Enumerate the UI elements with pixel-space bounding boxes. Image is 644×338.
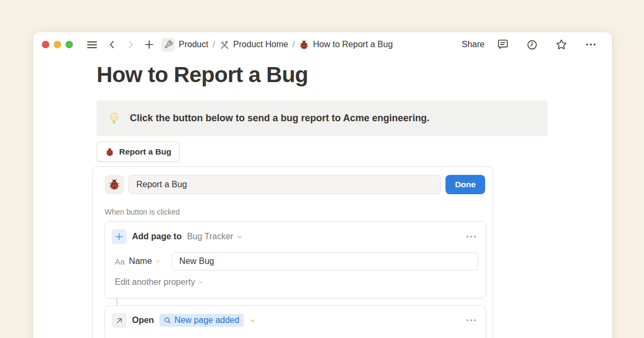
breadcrumb: Product / Product Home / How to Report a… <box>162 38 393 52</box>
clock-icon <box>526 39 538 50</box>
edit-another-property-label: Edit another property <box>115 277 195 287</box>
forward-button[interactable] <box>124 38 137 51</box>
done-button[interactable]: Done <box>445 175 485 194</box>
chevron-left-icon <box>107 39 118 50</box>
callout-block: Click the button below to send a bug rep… <box>97 100 547 136</box>
step-connector <box>116 298 118 305</box>
button-editor-panel: Done When button is clicked Add page to … <box>92 166 493 338</box>
toolbar-actions: Share <box>462 38 598 52</box>
breadcrumb-label: Product Home <box>233 40 288 49</box>
database-selector-value: Bug Tracker <box>187 232 233 241</box>
ladybug-icon <box>299 40 309 50</box>
step-options-button[interactable] <box>464 313 478 327</box>
ellipsis-icon <box>465 314 477 326</box>
comments-button[interactable] <box>496 38 510 52</box>
open-target-label: New page added <box>174 315 239 325</box>
property-row: Aa Name <box>105 244 486 270</box>
sidebar-menu-button[interactable] <box>85 38 99 52</box>
breadcrumb-label: Product <box>179 40 208 49</box>
open-target-token[interactable]: New page added <box>159 314 244 327</box>
breadcrumb-item-current-page[interactable]: How to Report a Bug <box>299 40 393 50</box>
report-a-bug-button[interactable]: Report a Bug <box>97 142 180 162</box>
plus-icon <box>143 39 155 50</box>
share-button[interactable]: Share <box>462 40 485 49</box>
ladybug-icon <box>108 179 120 190</box>
hamburger-icon <box>86 39 98 51</box>
callout-text: Click the button below to send a bug rep… <box>130 113 429 124</box>
breadcrumb-separator: / <box>292 40 295 49</box>
updates-button[interactable] <box>525 38 539 52</box>
database-selector[interactable]: Bug Tracker <box>187 232 243 241</box>
comment-icon <box>497 39 509 50</box>
property-type-label: Aa <box>115 257 125 266</box>
breadcrumb-separator: / <box>213 40 215 49</box>
trigger-label: When button is clicked <box>105 208 180 216</box>
wrench-icon <box>162 38 175 52</box>
back-button[interactable] <box>106 38 119 51</box>
more-options-button[interactable] <box>584 38 598 52</box>
zoom-button[interactable] <box>65 41 73 48</box>
edit-another-property-button[interactable]: Edit another property <box>115 277 204 287</box>
button-name-input[interactable] <box>128 175 441 194</box>
add-page-step-card: Add page to Bug Tracker Aa Name <box>105 221 486 298</box>
desktop-background: Product / Product Home / How to Report a… <box>0 0 644 338</box>
ladybug-icon <box>105 148 114 157</box>
breadcrumb-item-product[interactable]: Product <box>162 38 208 52</box>
step-options-button[interactable] <box>464 230 478 244</box>
step-action-label: Add page to <box>132 232 181 241</box>
hammer-wrench-icon <box>219 40 230 50</box>
property-selector-value: Name <box>129 256 152 266</box>
button-editor-header: Done <box>93 175 493 194</box>
step-action-row: Add page to Bug Tracker <box>105 222 486 244</box>
chevron-down-icon <box>236 233 243 240</box>
light-bulb-icon <box>107 112 121 125</box>
new-page-button[interactable] <box>142 38 156 52</box>
minimize-button[interactable] <box>54 41 61 48</box>
chevron-down-icon <box>155 258 161 264</box>
window-controls <box>42 41 73 48</box>
report-a-bug-button-label: Report a Bug <box>119 147 171 157</box>
arrow-up-right-icon <box>112 313 127 328</box>
search-icon <box>164 317 171 324</box>
page-title: How to Report a Bug <box>97 62 308 87</box>
button-icon-picker[interactable] <box>105 175 124 194</box>
chevron-right-icon <box>125 39 136 50</box>
step-action-label: Open <box>132 315 154 325</box>
window-toolbar: Product / Product Home / How to Report a… <box>33 32 612 57</box>
property-selector[interactable]: Name <box>129 256 161 266</box>
breadcrumb-label: How to Report a Bug <box>313 40 393 49</box>
ellipsis-icon <box>585 39 597 50</box>
property-value-input[interactable] <box>172 252 478 270</box>
ellipsis-icon <box>465 231 477 243</box>
chevron-down-icon[interactable] <box>249 317 256 324</box>
app-window: Product / Product Home / How to Report a… <box>33 32 612 338</box>
close-button[interactable] <box>42 41 49 48</box>
star-icon <box>555 39 567 50</box>
step-action-row: Open New page added <box>105 306 486 328</box>
chevron-down-icon <box>197 279 204 285</box>
plus-icon <box>112 229 127 244</box>
open-page-step-card: Open New page added <box>105 305 486 338</box>
breadcrumb-item-product-home[interactable]: Product Home <box>219 40 288 50</box>
edit-another-property-row: Edit another property <box>105 270 486 287</box>
favorite-button[interactable] <box>554 38 568 52</box>
